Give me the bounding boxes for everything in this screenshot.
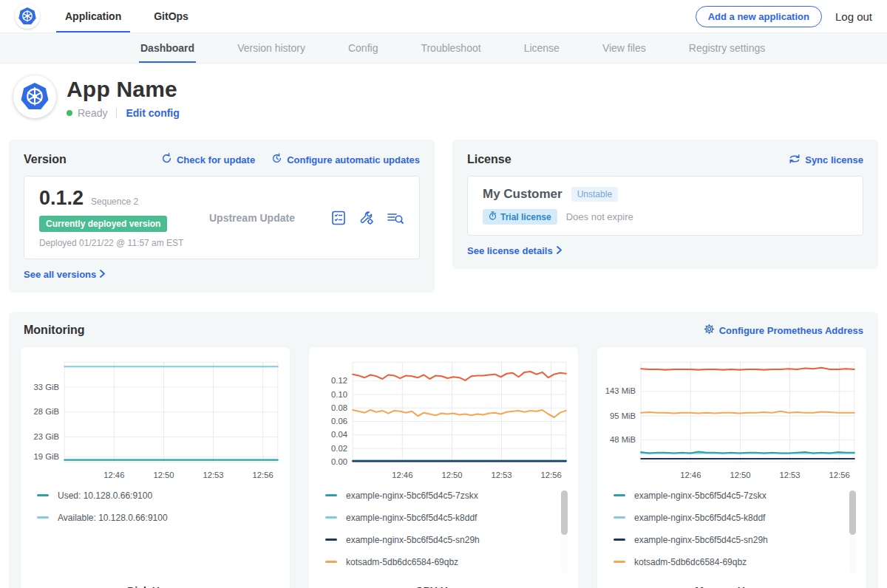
chevron-right-icon [99,269,106,280]
subnav-registry-settings[interactable]: Registry settings [687,33,767,63]
tab-gitops[interactable]: GitOps [149,0,193,33]
legend-swatch [614,494,625,496]
svg-text:0.02: 0.02 [331,444,347,453]
legend-swatch [325,539,337,541]
legend-label: example-nginx-5bc6f5d4c5-sn29h [346,535,480,545]
legend-label: example-nginx-5bc6f5d4c5-k8ddf [346,513,477,523]
legend-swatch [614,539,625,541]
subnav-config[interactable]: Config [347,33,379,63]
svg-text:12:50: 12:50 [730,471,750,479]
view-config-wrench-icon[interactable] [358,210,375,226]
see-license-details-label: See license details [467,245,553,256]
top-nav: Application GitOps Add a new application… [0,0,887,33]
app-kubernetes-icon [13,75,56,118]
svg-text:28 GiB: 28 GiB [34,407,59,416]
see-license-details-link[interactable]: See license details [467,245,563,256]
svg-text:48 MiB: 48 MiB [610,435,636,444]
configure-automatic-updates-label: Configure automatic updates [287,154,420,165]
sync-arrows-icon [789,154,801,166]
divider [116,108,117,118]
trial-license-label: Trial license [500,212,551,222]
legend-scrollbar-thumb[interactable] [561,490,568,535]
logout-button[interactable]: Log out [835,10,872,23]
app-title: App Name [67,77,180,102]
tab-gitops-label: GitOps [154,10,188,22]
legend-item: example-nginx-5bc6f5d4c5-7zskx [614,490,857,501]
status-text: Ready [78,107,107,119]
disk-usage-chart-card: 33 GiB28 GiB23 GiB19 GiB12:4612:5012:531… [21,347,290,588]
subnav-license[interactable]: License [523,33,561,63]
cpu-usage-plot: 0.120.100.080.060.040.020.0012:4612:5012… [315,356,572,483]
svg-text:0.04: 0.04 [331,430,347,439]
edit-config-link[interactable]: Edit config [126,107,179,119]
license-card: License Sync license My Customer Unstabl… [452,140,878,269]
subnav-view-files[interactable]: View files [601,33,648,63]
legend-swatch [325,494,337,496]
license-expiration: Does not expire [566,211,633,222]
legend-label: example-nginx-5bc6f5d4c5-7zskx [346,490,478,501]
configure-automatic-updates-link[interactable]: Configure automatic updates [271,153,420,166]
subnav-license-label: License [524,42,560,54]
svg-text:12:53: 12:53 [203,471,223,479]
legend-item: kotsadm-5db6dc6584-69qbz [614,557,857,567]
tab-application-label: Application [65,10,121,22]
monitoring-title: Monitoring [24,324,85,337]
configure-prometheus-link[interactable]: Configure Prometheus Address [704,324,863,337]
subnav-registry-settings-label: Registry settings [689,42,765,54]
svg-text:12:56: 12:56 [829,471,850,479]
legend-swatch [325,561,337,563]
legend-item: example-nginx-5bc6f5d4c5-7zskx [325,490,569,501]
memory-usage-title: Memory Usage [603,585,860,588]
svg-text:33 GiB: 33 GiB [34,383,59,392]
version-source-label: Upstream Update [209,212,330,224]
customer-name: My Customer [483,187,563,202]
memory-usage-chart-card: 143 MiB95 MiB48 MiB12:4612:5012:5312:56 … [597,347,866,588]
subnav-version-history[interactable]: Version history [236,33,307,63]
deploy-logs-icon[interactable] [387,210,404,226]
svg-text:19 GiB: 19 GiB [34,452,59,461]
subnav-dashboard[interactable]: Dashboard [139,33,196,63]
sync-license-link[interactable]: Sync license [789,154,863,166]
svg-text:0.06: 0.06 [331,417,347,425]
legend-scrollbar[interactable] [561,490,568,573]
legend-swatch [325,516,337,519]
see-all-versions-label: See all versions [24,269,96,280]
current-version-box: 0.1.2 Sequence 2 Currently deployed vers… [24,176,420,259]
legend-scrollbar-thumb[interactable] [849,490,856,535]
subnav-troubleshoot[interactable]: Troubleshoot [419,33,482,63]
svg-text:12:53: 12:53 [491,471,512,479]
svg-text:0.08: 0.08 [331,403,347,412]
svg-text:12:56: 12:56 [253,471,273,479]
svg-text:143 MiB: 143 MiB [605,386,636,395]
see-all-versions-link[interactable]: See all versions [24,269,106,280]
svg-text:12:50: 12:50 [153,471,174,479]
svg-text:12:53: 12:53 [779,471,800,479]
subnav-troubleshoot-label: Troubleshoot [421,42,480,54]
legend-item: example-nginx-5bc6f5d4c5-sn29h [325,535,569,545]
legend-item: kotsadm-5db6dc6584-69qbz [325,557,569,567]
memory-usage-plot: 143 MiB95 MiB48 MiB12:4612:5012:5312:56 [603,356,860,483]
svg-text:12:46: 12:46 [680,471,701,479]
tab-application[interactable]: Application [61,0,126,33]
deployed-timestamp: Deployed 01/21/22 @ 11:57 am EST [39,238,209,248]
legend-label: kotsadm-5db6dc6584-69qbz [634,557,747,567]
gear-icon [704,324,715,337]
svg-text:12:46: 12:46 [103,471,124,479]
add-new-application-button[interactable]: Add a new application [696,6,822,27]
app-header: App Name Ready Edit config [0,64,887,129]
legend-scrollbar[interactable] [849,490,856,573]
check-for-update-link[interactable]: Check for update [161,153,255,166]
legend-label: example-nginx-5bc6f5d4c5-k8ddf [634,513,765,523]
sync-license-label: Sync license [805,154,863,165]
preflight-checks-icon[interactable] [330,210,347,226]
memory-usage-legend: example-nginx-5bc6f5d4c5-7zskxexample-ng… [614,490,857,581]
legend-label: Available: 10.128.0.66:9100 [58,513,168,523]
cpu-usage-title: CPU Usage [315,585,572,588]
svg-text:12:50: 12:50 [441,471,462,479]
subnav-view-files-label: View files [602,42,646,54]
configure-prometheus-label: Configure Prometheus Address [719,325,863,336]
svg-text:23 GiB: 23 GiB [34,432,59,441]
disk-usage-title: Disk Usage [27,585,284,588]
legend-label: kotsadm-5db6dc6584-69qbz [346,557,458,567]
version-sequence: Sequence 2 [91,196,138,207]
